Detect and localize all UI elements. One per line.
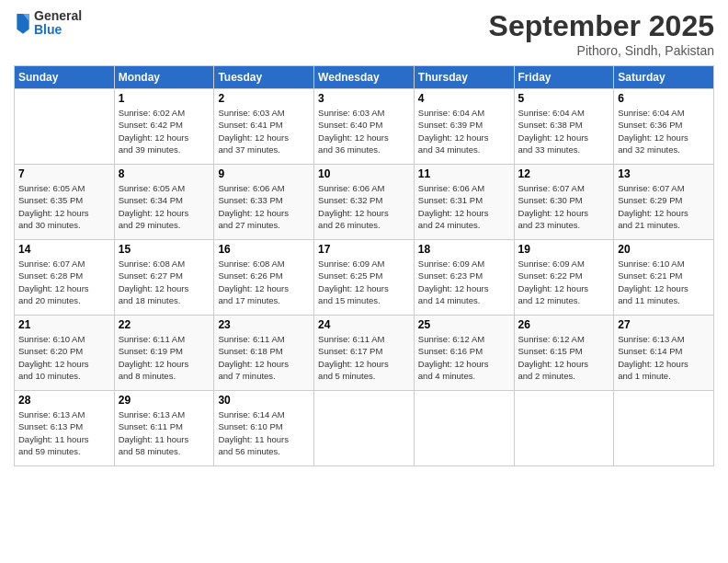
day-info: Sunrise: 6:10 AM Sunset: 6:21 PM Dayligh… (618, 258, 710, 306)
calendar-cell-w3-d6: 20Sunrise: 6:10 AM Sunset: 6:21 PM Dayli… (614, 240, 714, 316)
day-info: Sunrise: 6:11 AM Sunset: 6:19 PM Dayligh… (119, 333, 210, 382)
day-info: Sunrise: 6:13 AM Sunset: 6:14 PM Dayligh… (618, 333, 710, 382)
calendar-week-4: 21Sunrise: 6:10 AM Sunset: 6:20 PM Dayli… (15, 316, 714, 391)
day-info: Sunrise: 6:12 AM Sunset: 6:16 PM Dayligh… (418, 333, 510, 382)
calendar-week-2: 7Sunrise: 6:05 AM Sunset: 6:35 PM Daylig… (15, 165, 714, 240)
calendar-cell-w3-d5: 19Sunrise: 6:09 AM Sunset: 6:22 PM Dayli… (514, 240, 614, 316)
calendar-cell-w5-d3 (314, 391, 415, 466)
day-number: 25 (418, 318, 510, 331)
day-info: Sunrise: 6:08 AM Sunset: 6:26 PM Dayligh… (218, 258, 310, 306)
calendar-cell-w1-d4: 4Sunrise: 6:04 AM Sunset: 6:39 PM Daylig… (414, 89, 514, 165)
day-number: 14 (18, 243, 110, 256)
logo-icon (14, 10, 32, 36)
calendar-cell-w5-d1: 29Sunrise: 6:13 AM Sunset: 6:11 PM Dayli… (114, 391, 214, 466)
day-number: 19 (518, 243, 610, 256)
day-info: Sunrise: 6:03 AM Sunset: 6:41 PM Dayligh… (218, 107, 310, 155)
day-number: 5 (518, 92, 610, 105)
calendar-cell-w4-d5: 26Sunrise: 6:12 AM Sunset: 6:15 PM Dayli… (514, 316, 614, 391)
calendar-cell-w3-d0: 14Sunrise: 6:07 AM Sunset: 6:28 PM Dayli… (15, 240, 115, 316)
calendar-cell-w2-d6: 13Sunrise: 6:07 AM Sunset: 6:29 PM Dayli… (614, 165, 714, 240)
calendar-table: Sunday Monday Tuesday Wednesday Thursday… (14, 65, 714, 466)
day-info: Sunrise: 6:07 AM Sunset: 6:30 PM Dayligh… (518, 182, 610, 231)
calendar-cell-w1-d1: 1Sunrise: 6:02 AM Sunset: 6:42 PM Daylig… (114, 89, 214, 165)
day-info: Sunrise: 6:07 AM Sunset: 6:29 PM Dayligh… (618, 182, 710, 231)
col-monday: Monday (114, 66, 214, 89)
day-info: Sunrise: 6:14 AM Sunset: 6:10 PM Dayligh… (218, 408, 310, 457)
day-info: Sunrise: 6:02 AM Sunset: 6:42 PM Dayligh… (119, 107, 210, 155)
calendar-cell-w2-d2: 9Sunrise: 6:06 AM Sunset: 6:33 PM Daylig… (214, 165, 314, 240)
day-info: Sunrise: 6:04 AM Sunset: 6:36 PM Dayligh… (618, 107, 710, 155)
calendar-week-5: 28Sunrise: 6:13 AM Sunset: 6:13 PM Dayli… (15, 391, 714, 466)
location-subtitle: Pithoro, Sindh, Pakistan (489, 43, 714, 58)
calendar-week-1: 1Sunrise: 6:02 AM Sunset: 6:42 PM Daylig… (15, 89, 714, 165)
calendar-cell-w1-d0 (15, 89, 115, 165)
calendar-cell-w4-d6: 27Sunrise: 6:13 AM Sunset: 6:14 PM Dayli… (614, 316, 714, 391)
col-wednesday: Wednesday (314, 66, 415, 89)
calendar-cell-w3-d4: 18Sunrise: 6:09 AM Sunset: 6:23 PM Dayli… (414, 240, 514, 316)
day-number: 17 (318, 243, 410, 256)
day-info: Sunrise: 6:04 AM Sunset: 6:39 PM Dayligh… (418, 107, 510, 155)
day-number: 9 (218, 167, 310, 180)
day-number: 21 (18, 318, 110, 331)
calendar-cell-w2-d4: 11Sunrise: 6:06 AM Sunset: 6:31 PM Dayli… (414, 165, 514, 240)
day-number: 6 (618, 92, 710, 105)
logo-blue: Blue (34, 23, 82, 37)
day-info: Sunrise: 6:06 AM Sunset: 6:32 PM Dayligh… (318, 182, 410, 231)
day-info: Sunrise: 6:09 AM Sunset: 6:23 PM Dayligh… (418, 258, 510, 306)
calendar-cell-w5-d5 (514, 391, 614, 466)
day-info: Sunrise: 6:06 AM Sunset: 6:33 PM Dayligh… (218, 182, 310, 231)
day-info: Sunrise: 6:06 AM Sunset: 6:31 PM Dayligh… (418, 182, 510, 231)
day-number: 26 (518, 318, 610, 331)
calendar-cell-w2-d0: 7Sunrise: 6:05 AM Sunset: 6:35 PM Daylig… (15, 165, 115, 240)
day-number: 15 (119, 243, 210, 256)
day-number: 28 (18, 394, 110, 407)
day-number: 18 (418, 243, 510, 256)
day-number: 3 (318, 92, 410, 105)
day-info: Sunrise: 6:11 AM Sunset: 6:18 PM Dayligh… (218, 333, 310, 382)
day-info: Sunrise: 6:13 AM Sunset: 6:11 PM Dayligh… (119, 408, 210, 457)
logo: General Blue (14, 9, 82, 38)
col-sunday: Sunday (15, 66, 115, 89)
calendar-cell-w1-d6: 6Sunrise: 6:04 AM Sunset: 6:36 PM Daylig… (614, 89, 714, 165)
calendar-cell-w1-d2: 2Sunrise: 6:03 AM Sunset: 6:41 PM Daylig… (214, 89, 314, 165)
logo-general: General (34, 9, 82, 23)
day-number: 29 (119, 394, 210, 407)
day-info: Sunrise: 6:13 AM Sunset: 6:13 PM Dayligh… (18, 408, 110, 457)
calendar-week-3: 14Sunrise: 6:07 AM Sunset: 6:28 PM Dayli… (15, 240, 714, 316)
day-number: 16 (218, 243, 310, 256)
calendar-cell-w1-d5: 5Sunrise: 6:04 AM Sunset: 6:38 PM Daylig… (514, 89, 614, 165)
day-number: 1 (119, 92, 210, 105)
calendar-cell-w5-d0: 28Sunrise: 6:13 AM Sunset: 6:13 PM Dayli… (15, 391, 115, 466)
day-number: 2 (218, 92, 310, 105)
day-info: Sunrise: 6:07 AM Sunset: 6:28 PM Dayligh… (18, 258, 110, 306)
day-info: Sunrise: 6:08 AM Sunset: 6:27 PM Dayligh… (119, 258, 210, 306)
day-number: 13 (618, 167, 710, 180)
day-info: Sunrise: 6:09 AM Sunset: 6:22 PM Dayligh… (518, 258, 610, 306)
calendar-cell-w3-d3: 17Sunrise: 6:09 AM Sunset: 6:25 PM Dayli… (314, 240, 415, 316)
calendar-cell-w4-d4: 25Sunrise: 6:12 AM Sunset: 6:16 PM Dayli… (414, 316, 514, 391)
day-number: 12 (518, 167, 610, 180)
day-info: Sunrise: 6:05 AM Sunset: 6:34 PM Dayligh… (119, 182, 210, 231)
calendar-cell-w4-d2: 23Sunrise: 6:11 AM Sunset: 6:18 PM Dayli… (214, 316, 314, 391)
calendar-cell-w5-d2: 30Sunrise: 6:14 AM Sunset: 6:10 PM Dayli… (214, 391, 314, 466)
calendar-cell-w4-d1: 22Sunrise: 6:11 AM Sunset: 6:19 PM Dayli… (114, 316, 214, 391)
day-info: Sunrise: 6:12 AM Sunset: 6:15 PM Dayligh… (518, 333, 610, 382)
day-number: 23 (218, 318, 310, 331)
col-thursday: Thursday (414, 66, 514, 89)
day-info: Sunrise: 6:03 AM Sunset: 6:40 PM Dayligh… (318, 107, 410, 155)
calendar-cell-w1-d3: 3Sunrise: 6:03 AM Sunset: 6:40 PM Daylig… (314, 89, 415, 165)
day-info: Sunrise: 6:09 AM Sunset: 6:25 PM Dayligh… (318, 258, 410, 306)
month-title: September 2025 (489, 9, 714, 43)
day-number: 22 (119, 318, 210, 331)
calendar-cell-w5-d4 (414, 391, 514, 466)
day-info: Sunrise: 6:10 AM Sunset: 6:20 PM Dayligh… (18, 333, 110, 382)
day-number: 10 (318, 167, 410, 180)
day-number: 4 (418, 92, 510, 105)
day-number: 8 (119, 167, 210, 180)
day-number: 27 (618, 318, 710, 331)
calendar-header-row: Sunday Monday Tuesday Wednesday Thursday… (15, 66, 714, 89)
day-number: 11 (418, 167, 510, 180)
calendar-cell-w2-d3: 10Sunrise: 6:06 AM Sunset: 6:32 PM Dayli… (314, 165, 415, 240)
calendar-cell-w3-d1: 15Sunrise: 6:08 AM Sunset: 6:27 PM Dayli… (114, 240, 214, 316)
col-saturday: Saturday (614, 66, 714, 89)
